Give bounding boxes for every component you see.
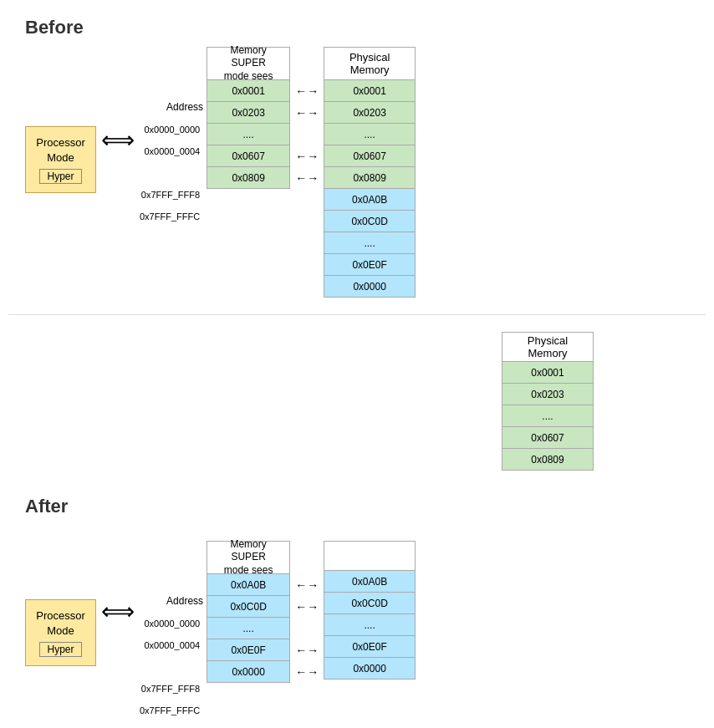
- physical-memory-before: Physical Memory 0x0001 0x0203 .... 0x060…: [324, 47, 416, 298]
- address-col-before: Address 0x0000_0000 0x0000_0004 0x7FFF_F…: [140, 97, 203, 227]
- address-col-after: Address 0x0000_0000 0x0000_0004 0x7FFF_F…: [140, 591, 203, 721]
- bidir-arrow-after: ⟺: [101, 598, 135, 625]
- before-section: Before Processor Mode Hyper ⟺ Address 0x…: [8, 8, 706, 306]
- arrow-before-1: ←→: [295, 102, 319, 124]
- addr-row-before-1: 0x0000_0004: [140, 140, 203, 162]
- arrow-after-4: ←→: [295, 661, 319, 683]
- arrow-before-2: [295, 124, 319, 145]
- arrows-after: ←→ ←→ ←→ ←→: [295, 574, 319, 683]
- phys-header-after: Physical Memory: [502, 332, 594, 362]
- mem-row-after-2: ....: [207, 618, 290, 639]
- mem-row-after-0: 0x0A0B: [207, 574, 290, 596]
- addr-row-after-4: 0x7FFF_FFFC: [140, 700, 203, 721]
- phys-header-before: Physical Memory: [324, 47, 416, 80]
- mem-row-before-4: 0x0809: [207, 167, 290, 189]
- addr-row-after-1: 0x0000_0004: [140, 634, 203, 656]
- phys-row-after-top-2: ....: [502, 405, 594, 427]
- addr-row-before-0: 0x0000_0000: [140, 119, 203, 140]
- phys-row-before-7: ....: [324, 232, 416, 254]
- phys-header-after-spacer: [324, 541, 416, 571]
- mem-row-after-4: 0x0000: [207, 661, 290, 683]
- arrows-before: ←→ ←→ ←→ ←→: [295, 80, 319, 189]
- bidir-arrow-before: ⟺: [101, 126, 135, 154]
- phys-row-after-top-4: 0x0809: [502, 449, 594, 471]
- phys-row-after-bot-2: ....: [324, 614, 416, 636]
- after-label: After: [25, 496, 68, 517]
- addr-row-before-4: 0x7FFF_FFFC: [140, 206, 203, 227]
- addr-row-after-3: 0x7FFF_FFF8: [140, 678, 203, 700]
- phys-row-before-1: 0x0203: [324, 102, 416, 124]
- mem-row-after-1: 0x0C0D: [207, 596, 290, 618]
- memory-super-after: Memory SUPERmode sees 0x0A0B 0x0C0D ....…: [207, 541, 290, 683]
- physical-memory-after-top: Physical Memory 0x0001 0x0203 .... 0x060…: [502, 332, 594, 471]
- phys-row-before-6: 0x0C0D: [324, 211, 416, 232]
- addr-header-before: Address: [140, 97, 203, 117]
- memory-super-header-before: Memory SUPERmode sees: [207, 47, 290, 80]
- arrow-before-3: ←→: [295, 145, 319, 167]
- processor-title-after: Processor Mode: [36, 608, 85, 639]
- phys-row-before-0: 0x0001: [324, 80, 416, 102]
- arrow-after-1: ←→: [295, 596, 319, 618]
- phys-row-before-3: 0x0607: [324, 145, 416, 167]
- mem-row-before-2: ....: [207, 124, 290, 145]
- phys-row-before-5: 0x0A0B: [324, 189, 416, 211]
- phys-row-before-9: 0x0000: [324, 276, 416, 298]
- arrow-before-0: ←→: [295, 80, 319, 102]
- mem-row-before-0: 0x0001: [207, 80, 290, 102]
- before-label: Before: [25, 17, 689, 38]
- mem-row-after-3: 0x0E0F: [207, 639, 290, 661]
- phys-row-after-top-0: 0x0001: [502, 362, 594, 384]
- phys-row-after-top-1: 0x0203: [502, 384, 594, 405]
- phys-row-before-8: 0x0E0F: [324, 254, 416, 276]
- arrow-after-2: [295, 618, 319, 639]
- processor-box-before: Processor Mode Hyper: [25, 126, 96, 193]
- phys-row-after-bot-1: 0x0C0D: [324, 593, 416, 614]
- addr-row-before-3: 0x7FFF_FFF8: [140, 184, 203, 206]
- memory-super-before: Memory SUPERmode sees 0x0001 0x0203 ....…: [207, 47, 290, 189]
- memory-super-header-after: Memory SUPERmode sees: [207, 541, 290, 574]
- processor-box-after: Processor Mode Hyper: [25, 599, 96, 666]
- hyper-badge-after: Hyper: [39, 642, 81, 657]
- addr-row-before-2: [140, 162, 203, 184]
- arrow-after-0: ←→: [295, 574, 319, 596]
- arrow-before-4: ←→: [295, 167, 319, 189]
- phys-row-after-bot-4: 0x0000: [324, 658, 416, 680]
- phys-row-after-bot-0: 0x0A0B: [324, 571, 416, 593]
- phys-row-after-bot-3: 0x0E0F: [324, 636, 416, 658]
- addr-row-after-0: 0x0000_0000: [140, 613, 203, 634]
- mem-row-before-1: 0x0203: [207, 102, 290, 124]
- physical-memory-after-bottom: 0x0A0B 0x0C0D .... 0x0E0F 0x0000: [324, 541, 416, 680]
- hyper-badge-before: Hyper: [39, 169, 81, 184]
- phys-row-before-2: ....: [324, 124, 416, 145]
- after-section: Physical Memory 0x0001 0x0203 .... 0x060…: [8, 314, 706, 728]
- processor-title-before: Processor Mode: [36, 135, 85, 165]
- addr-row-after-2: [140, 656, 203, 678]
- addr-header-after: Address: [140, 591, 203, 611]
- arrow-after-3: ←→: [295, 639, 319, 661]
- phys-row-before-4: 0x0809: [324, 167, 416, 189]
- mem-row-before-3: 0x0607: [207, 145, 290, 167]
- phys-row-after-top-3: 0x0607: [502, 427, 594, 449]
